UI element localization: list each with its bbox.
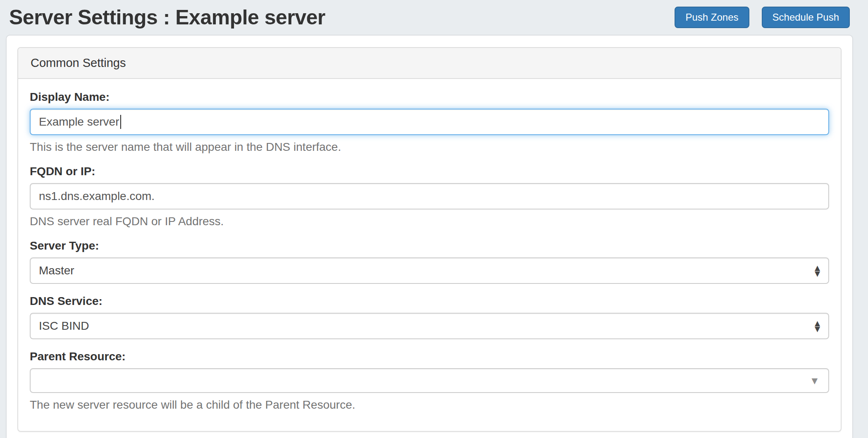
fqdn-label: FQDN or IP: [30,165,829,178]
down-arrow-icon: ▼ [815,271,820,276]
parent-resource-dropdown[interactable]: ▼ [30,368,829,393]
dns-service-select[interactable]: ISC BIND ▲ ▼ [30,313,829,339]
display-name-input[interactable]: Example server [30,109,829,135]
select-up-down-arrows-icon: ▲ ▼ [815,320,820,332]
server-type-field-group: Server Type: Master ▲ ▼ [30,239,829,284]
display-name-help-text: This is the server name that will appear… [30,140,829,154]
dropdown-arrow-icon: ▼ [811,377,818,385]
fqdn-input[interactable]: ns1.dns.example.com. [30,183,829,209]
parent-resource-help-text: The new server resource will be a child … [30,398,829,412]
select-up-down-arrows-icon: ▲ ▼ [815,265,820,276]
display-name-value: Example server [39,115,119,129]
common-settings-panel: Common Settings Display Name: Example se… [17,47,842,432]
topbar: Server Settings : Example server Push Zo… [0,0,868,35]
server-type-value: Master [39,264,74,277]
topbar-actions: Push Zones Schedule Push [675,7,850,28]
server-type-label: Server Type: [30,239,829,252]
fqdn-value: ns1.dns.example.com. [39,190,155,203]
server-type-select[interactable]: Master ▲ ▼ [30,257,829,284]
panel-body: Display Name: Example server This is the… [18,79,841,431]
push-zones-button[interactable]: Push Zones [675,7,749,28]
display-name-field-group: Display Name: Example server This is the… [30,90,829,154]
schedule-push-button[interactable]: Schedule Push [762,7,850,28]
fqdn-help-text: DNS server real FQDN or IP Address. [30,214,829,229]
dns-service-field-group: DNS Service: ISC BIND ▲ ▼ [30,295,829,339]
page-title: Server Settings : Example server [9,5,325,29]
parent-resource-label: Parent Resource: [30,350,829,363]
dns-service-label: DNS Service: [30,295,829,308]
content-container: Common Settings Display Name: Example se… [6,35,853,438]
parent-resource-field-group: Parent Resource: ▼ The new server resour… [30,350,829,412]
panel-heading: Common Settings [18,48,841,79]
fqdn-field-group: FQDN or IP: ns1.dns.example.com. DNS ser… [30,165,829,229]
text-cursor-caret [120,115,121,129]
down-arrow-icon: ▼ [815,326,820,332]
display-name-label: Display Name: [30,90,829,104]
dns-service-value: ISC BIND [39,319,89,333]
